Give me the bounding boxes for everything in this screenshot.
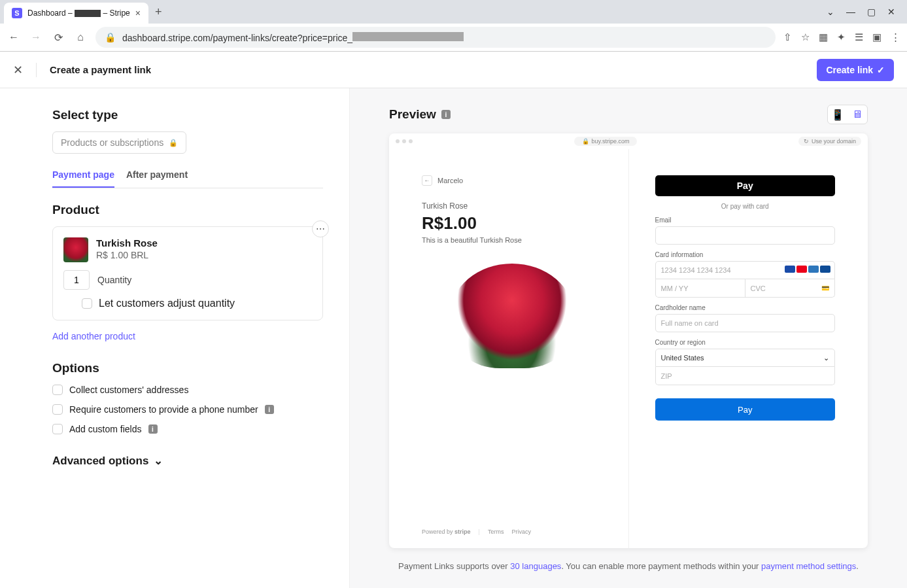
- use-your-domain-button[interactable]: ↻ Use your domain: [798, 137, 861, 146]
- adjust-quantity-checkbox[interactable]: [82, 298, 92, 309]
- pay-button[interactable]: Pay: [655, 398, 836, 421]
- close-icon[interactable]: ✕: [13, 63, 37, 77]
- side-panel-icon[interactable]: ▣: [872, 31, 881, 43]
- or-pay-with-card-label: Or pay with card: [655, 203, 836, 210]
- card-info-label: Card information: [655, 251, 836, 258]
- collect-addresses-label: Collect customers' addresses: [69, 385, 188, 395]
- view-toggle: 📱 🖥: [827, 105, 868, 124]
- preview-product-image: [450, 264, 574, 368]
- chevron-down-icon: ⌄: [154, 454, 163, 468]
- reading-list-icon[interactable]: ☰: [855, 31, 863, 43]
- star-icon[interactable]: ☆: [801, 31, 810, 43]
- preview-back-link[interactable]: ← Marcelo: [422, 175, 602, 186]
- share-icon[interactable]: ⇧: [783, 31, 792, 43]
- type-selector[interactable]: Products or subscriptions 🔒: [52, 131, 186, 154]
- card-brand-icons: [785, 266, 830, 273]
- product-thumbnail: [63, 237, 88, 262]
- reload-icon[interactable]: ⟳: [51, 30, 65, 44]
- preview-url: 🔒 buy.stripe.com: [574, 137, 638, 146]
- home-icon[interactable]: ⌂: [73, 30, 88, 44]
- zip-input[interactable]: ZIP: [655, 367, 836, 385]
- preview-product-name: Turkish Rose: [422, 201, 602, 211]
- require-phone-checkbox[interactable]: [52, 404, 63, 415]
- puzzle-icon[interactable]: ✦: [837, 31, 846, 43]
- email-input[interactable]: [655, 226, 836, 245]
- require-phone-label: Require customers to provide a phone num…: [69, 404, 258, 415]
- desktop-view-button[interactable]: 🖥: [847, 105, 867, 124]
- chevron-down-icon: ⌄: [823, 354, 829, 362]
- config-panel: Select type Products or subscriptions 🔒 …: [0, 88, 350, 588]
- payment-settings-link[interactable]: payment method settings: [761, 561, 856, 571]
- cvc-input[interactable]: CVC 💳: [745, 279, 835, 298]
- minimize-icon[interactable]: —: [846, 7, 855, 17]
- browser-tab[interactable]: S Dashboard – – Stripe ×: [4, 3, 148, 24]
- select-type-heading: Select type: [52, 108, 323, 122]
- mastercard-icon: [796, 266, 807, 273]
- jcb-icon: [820, 266, 830, 273]
- product-name: Turkish Rose: [96, 237, 158, 249]
- new-tab-button[interactable]: +: [148, 5, 169, 19]
- stripe-favicon: S: [12, 8, 22, 18]
- adjust-quantity-label: Let customers adjust quantity: [99, 298, 235, 309]
- country-label: Country or region: [655, 339, 836, 346]
- extension-icon[interactable]: ▦: [819, 31, 828, 43]
- collect-addresses-checkbox[interactable]: [52, 385, 63, 395]
- amex-icon: [808, 266, 819, 273]
- maximize-icon[interactable]: ▢: [867, 7, 876, 17]
- email-label: Email: [655, 216, 836, 224]
- product-menu-button[interactable]: ⋯: [312, 220, 329, 237]
- advanced-options-toggle[interactable]: Advanced options ⌄: [52, 454, 323, 468]
- cardholder-input[interactable]: Full name on card: [655, 314, 836, 332]
- terms-link[interactable]: Terms: [488, 528, 504, 535]
- add-product-link[interactable]: Add another product: [52, 331, 323, 341]
- chevron-down-icon[interactable]: ⌄: [827, 7, 834, 17]
- quantity-label: Quantity: [97, 275, 131, 285]
- forward-icon: →: [29, 30, 43, 44]
- powered-by-label: Powered by stripe: [422, 528, 471, 535]
- app-header: ✕ Create a payment link Create link ✓: [0, 52, 907, 88]
- product-card: ⋯ Turkish Rose R$ 1.00 BRL Quantity Let …: [52, 226, 323, 320]
- lock-icon: 🔒: [105, 32, 116, 43]
- privacy-link[interactable]: Privacy: [511, 528, 531, 535]
- preview-price: R$1.00: [422, 213, 602, 233]
- preview-heading: Preview: [389, 107, 436, 122]
- create-link-button[interactable]: Create link ✓: [817, 59, 894, 81]
- lock-icon: 🔒: [582, 138, 589, 145]
- menu-icon[interactable]: ⋮: [891, 31, 900, 43]
- preview-window: 🔒 buy.stripe.com ↻ Use your domain ← Mar…: [389, 133, 868, 548]
- product-heading: Product: [52, 203, 323, 217]
- footer-text: Payment Links supports over 30 languages…: [389, 560, 868, 573]
- tab-payment-page[interactable]: Payment page: [52, 169, 114, 188]
- country-select[interactable]: United States ⌄: [655, 349, 836, 367]
- lock-icon: 🔒: [169, 139, 178, 147]
- card-cvc-icon: 💳: [821, 285, 829, 292]
- visa-icon: [785, 266, 795, 273]
- quantity-input[interactable]: [63, 270, 90, 290]
- options-heading: Options: [52, 361, 323, 375]
- refresh-icon: ↻: [804, 138, 809, 145]
- preview-description: This is a beautiful Turkish Rose: [422, 236, 602, 244]
- card-number-input[interactable]: 1234 1234 1234 1234: [655, 261, 836, 279]
- custom-fields-label: Add custom fields: [69, 424, 142, 434]
- info-icon[interactable]: i: [265, 405, 274, 414]
- preview-panel: Preview i 📱 🖥 🔒 buy.stripe.com ↻ Use you…: [350, 88, 907, 588]
- custom-fields-checkbox[interactable]: [52, 424, 63, 434]
- back-icon[interactable]: ←: [7, 30, 21, 44]
- close-window-icon[interactable]: ✕: [887, 7, 895, 17]
- url-text: dashboard.stripe.com/payment-links/creat…: [122, 32, 464, 43]
- product-price: R$ 1.00 BRL: [96, 250, 158, 260]
- back-arrow-icon: ←: [422, 175, 432, 186]
- tab-title: Dashboard – – Stripe: [27, 9, 130, 18]
- mobile-view-button[interactable]: 📱: [828, 105, 847, 124]
- browser-chrome: S Dashboard – – Stripe × + ⌄ — ▢ ✕ ← → ⟳…: [0, 0, 907, 52]
- cardholder-label: Cardholder name: [655, 304, 836, 311]
- info-icon[interactable]: i: [148, 424, 158, 434]
- address-bar[interactable]: 🔒 dashboard.stripe.com/payment-links/cre…: [95, 27, 776, 48]
- languages-link[interactable]: 30 languages: [510, 561, 561, 571]
- apple-pay-button[interactable]: Pay: [655, 175, 836, 196]
- info-icon[interactable]: i: [441, 110, 451, 119]
- check-icon: ✓: [877, 65, 885, 75]
- tab-after-payment[interactable]: After payment: [126, 169, 188, 188]
- expiry-input[interactable]: MM / YY: [655, 279, 745, 298]
- close-tab-icon[interactable]: ×: [135, 8, 141, 18]
